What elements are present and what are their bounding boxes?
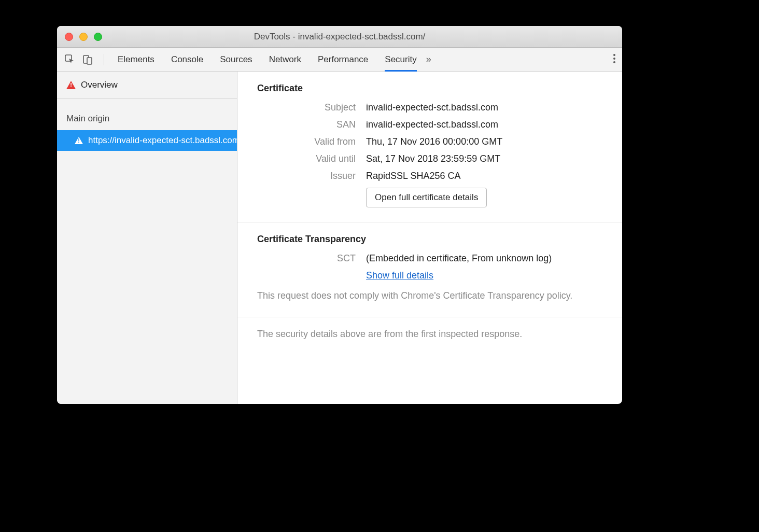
- origin-url: https://invalid-expected-sct.badssl.com: [88, 135, 237, 146]
- inspect-icon[interactable]: [64, 54, 76, 65]
- label-valid-from: Valid from: [257, 136, 356, 147]
- label-valid-until: Valid until: [257, 153, 356, 164]
- label-issuer: Issuer: [257, 171, 356, 181]
- zoom-icon[interactable]: [94, 33, 102, 41]
- value-valid-from: Thu, 17 Nov 2016 00:00:00 GMT: [366, 136, 502, 147]
- warning-triangle-icon: [66, 81, 76, 89]
- label-san: SAN: [257, 119, 356, 130]
- tab-performance[interactable]: Performance: [318, 48, 368, 72]
- open-certificate-button[interactable]: Open full certificate details: [366, 188, 487, 207]
- titlebar: DevTools - invalid-expected-sct.badssl.c…: [57, 26, 622, 48]
- svg-rect-2: [87, 58, 92, 64]
- value-issuer: RapidSSL SHA256 CA: [366, 171, 460, 181]
- tab-security[interactable]: Security: [385, 48, 416, 72]
- separator: [104, 54, 104, 65]
- tab-elements[interactable]: Elements: [118, 48, 154, 72]
- sidebar-section-label: Main origin: [57, 99, 237, 130]
- ct-footnote: This request does not comply with Chrome…: [257, 289, 602, 302]
- value-valid-until: Sat, 17 Nov 2018 23:59:59 GMT: [366, 153, 500, 164]
- minimize-icon[interactable]: [79, 33, 88, 41]
- close-icon[interactable]: [65, 33, 73, 41]
- security-main-panel: Certificate Subjectinvalid-expected-sct.…: [237, 72, 622, 404]
- svg-point-3: [613, 54, 615, 56]
- svg-point-5: [613, 61, 615, 63]
- overview-label: Overview: [81, 80, 118, 90]
- value-san: invalid-expected-sct.badssl.com: [366, 119, 498, 130]
- device-toolbar-icon[interactable]: [82, 54, 93, 65]
- value-subject: invalid-expected-sct.badssl.com: [366, 102, 498, 113]
- tab-network[interactable]: Network: [269, 48, 301, 72]
- tabs-overflow-icon[interactable]: »: [426, 54, 431, 65]
- ct-section: Certificate Transparency SCT(Embedded in…: [237, 222, 622, 317]
- traffic-lights: [57, 33, 102, 41]
- devtools-window: DevTools - invalid-expected-sct.badssl.c…: [57, 26, 622, 404]
- certificate-section: Certificate Subjectinvalid-expected-sct.…: [237, 72, 622, 222]
- ct-heading: Certificate Transparency: [257, 234, 602, 245]
- security-footer-note: The security details above are from the …: [237, 317, 622, 351]
- warning-triangle-icon: [75, 137, 83, 144]
- label-subject: Subject: [257, 102, 356, 113]
- value-sct: (Embedded in certificate, From unknown l…: [366, 253, 552, 264]
- window-title: DevTools - invalid-expected-sct.badssl.c…: [57, 32, 622, 42]
- certificate-heading: Certificate: [257, 83, 602, 94]
- sidebar-origin-item[interactable]: https://invalid-expected-sct.badssl.com: [57, 130, 237, 151]
- label-sct: SCT: [257, 253, 356, 264]
- tab-console[interactable]: Console: [171, 48, 203, 72]
- more-menu-icon[interactable]: [613, 53, 616, 66]
- sidebar-overview[interactable]: Overview: [57, 72, 237, 99]
- security-sidebar: Overview Main origin https://invalid-exp…: [57, 72, 237, 404]
- show-full-details-link[interactable]: Show full details: [366, 270, 433, 281]
- devtools-tabbar: Elements Console Sources Network Perform…: [57, 48, 622, 72]
- svg-point-4: [613, 58, 615, 60]
- tab-sources[interactable]: Sources: [220, 48, 252, 72]
